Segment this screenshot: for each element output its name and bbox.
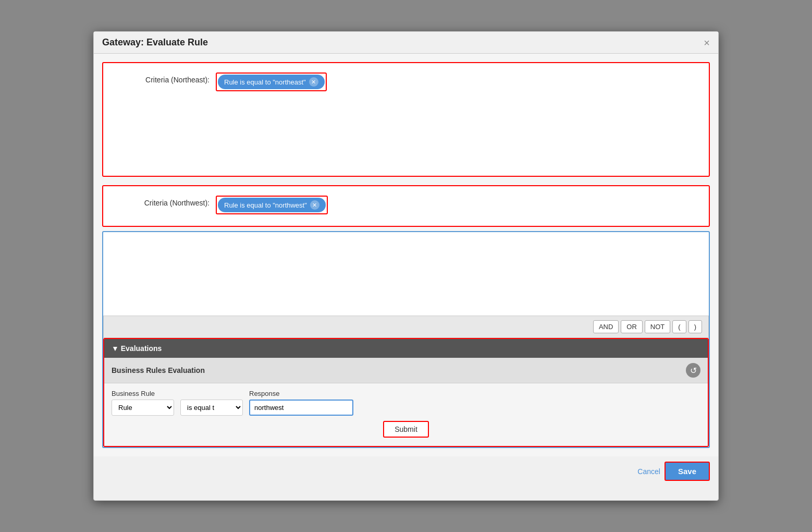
or-button[interactable]: OR [621, 320, 643, 333]
modal-title: Gateway: Evaluate Rule [102, 37, 208, 48]
business-rule-select[interactable]: Rule [112, 400, 174, 416]
business-rule-label: Business Rule [112, 390, 174, 397]
operator-bar: AND OR NOT ( ) [103, 316, 709, 338]
criteria-northwest-outer: Criteria (Northwest): Rule is equal to "… [102, 185, 710, 448]
open-paren-button[interactable]: ( [672, 320, 686, 333]
cancel-button[interactable]: Cancel [637, 467, 660, 476]
northeast-rule-tag[interactable]: Rule is equal to "northeast" ✕ [218, 75, 325, 89]
close-button[interactable]: × [704, 38, 710, 48]
back-button[interactable]: ↺ [686, 363, 700, 378]
modal-dialog: Gateway: Evaluate Rule × Criteria (North… [93, 31, 719, 501]
modal-body: Criteria (Northeast): Rule is equal to "… [94, 54, 718, 456]
submit-button[interactable]: Submit [383, 421, 429, 438]
evaluations-body: Business Rule Rule is equal t [104, 383, 708, 446]
criteria-northwest-label: Criteria (Northwest): [112, 196, 216, 207]
evaluations-header: ▼ Evaluations [104, 339, 708, 358]
northwest-detail-panel: AND OR NOT ( ) ▼ Evaluations Business Ru… [102, 231, 710, 448]
submit-area: Submit [112, 416, 700, 440]
criteria-northwest-section: Criteria (Northwest): Rule is equal to "… [102, 185, 710, 227]
evaluations-subheader-title: Business Rules Evaluation [112, 366, 205, 374]
evaluations-label: ▼ Evaluations [112, 344, 162, 353]
criteria-northeast-row: Criteria (Northeast): Rule is equal to "… [112, 68, 700, 171]
criteria-northwest-content: Rule is equal to "northwest" ✕ [216, 196, 700, 216]
and-button[interactable]: AND [593, 320, 619, 333]
modal-footer: Cancel Save [94, 456, 718, 486]
evaluations-panel: ▼ Evaluations Business Rules Evaluation … [103, 338, 709, 447]
not-button[interactable]: NOT [645, 320, 670, 333]
save-button[interactable]: Save [665, 462, 710, 481]
response-input[interactable] [249, 400, 353, 416]
operator-group: is equal t [180, 390, 243, 416]
northwest-rule-tag[interactable]: Rule is equal to "northwest" ✕ [218, 198, 326, 212]
evaluations-subheader: Business Rules Evaluation ↺ [104, 358, 708, 383]
business-rule-group: Business Rule Rule [112, 390, 174, 416]
close-paren-button[interactable]: ) [688, 320, 702, 333]
criteria-northeast-content: Rule is equal to "northeast" ✕ [216, 72, 700, 166]
modal-header: Gateway: Evaluate Rule × [94, 32, 718, 54]
northwest-rule-tag-text: Rule is equal to "northwest" [224, 201, 307, 209]
northwest-detail-content [103, 232, 709, 316]
criteria-northeast-label: Criteria (Northeast): [112, 72, 216, 84]
criteria-northeast-section: Criteria (Northeast): Rule is equal to "… [102, 62, 710, 177]
northwest-rule-close[interactable]: ✕ [310, 200, 319, 210]
response-group: Response [249, 390, 353, 416]
operator-select[interactable]: is equal t [180, 400, 243, 416]
eval-fields-row: Business Rule Rule is equal t [112, 390, 700, 416]
criteria-northwest-row: Criteria (Northwest): Rule is equal to "… [112, 191, 700, 221]
operator-label [180, 390, 243, 397]
northeast-rule-tag-text: Rule is equal to "northeast" [224, 78, 306, 86]
response-label: Response [249, 390, 353, 397]
northeast-rule-close[interactable]: ✕ [309, 77, 318, 87]
